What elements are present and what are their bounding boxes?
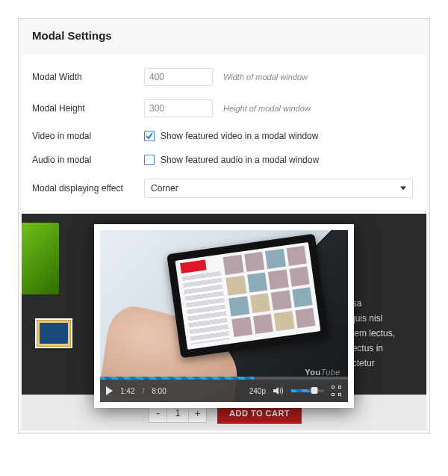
time-total: 8:00 — [152, 387, 166, 395]
effect-selected: Corner — [151, 183, 178, 194]
video-frame: YouTube 1:42 / 8:00 240p — [94, 224, 354, 408]
quality-label[interactable]: 240p — [249, 387, 266, 395]
label-video-in-modal: Video in modal — [32, 131, 144, 141]
spin-logo — [180, 260, 207, 274]
modal-preview: assa n quis nisl s sem lectus, d lectus … — [22, 214, 426, 430]
label-effect: Modal displaying effect — [32, 183, 144, 194]
audio-checkbox[interactable] — [144, 155, 155, 165]
modal-settings-panel: Modal Settings Modal Width Width of moda… — [18, 18, 430, 434]
label-modal-width: Modal Width — [32, 72, 144, 82]
fullscreen-icon[interactable] — [332, 386, 342, 396]
time-elapsed: 1:42 — [120, 387, 134, 395]
label-audio-in-modal: Audio in modal — [32, 155, 144, 165]
video-controls: 1:42 / 8:00 240p — [100, 380, 348, 402]
check-icon — [146, 132, 153, 140]
volume-icon[interactable] — [273, 386, 284, 395]
effect-select[interactable]: Corner — [144, 179, 413, 198]
video-modal: YouTube 1:42 / 8:00 240p — [94, 224, 354, 408]
audio-desc: Show featured audio in a modal window — [161, 155, 319, 165]
row-video-in-modal: Video in modal Show featured video in a … — [32, 124, 416, 148]
video-checkbox[interactable] — [144, 131, 155, 141]
video-player[interactable]: YouTube 1:42 / 8:00 240p — [100, 230, 348, 402]
row-audio-in-modal: Audio in modal Show featured audio in a … — [32, 148, 416, 172]
bg-line: n quis nisl — [343, 311, 417, 326]
row-displaying-effect: Modal displaying effect Corner — [32, 172, 416, 205]
row-modal-height: Modal Height Height of modal window — [32, 93, 416, 124]
youtube-logo: YouTube — [305, 368, 340, 377]
bg-line: s sem lectus, — [343, 326, 417, 341]
play-icon — [51, 329, 58, 338]
bg-line: d lectus in — [343, 341, 417, 356]
panel-title: Modal Settings — [19, 19, 429, 51]
hint-modal-width: Width of modal window — [223, 72, 308, 81]
label-modal-height: Modal Height — [32, 103, 144, 114]
modal-width-input[interactable] — [144, 68, 213, 86]
row-modal-width: Modal Width Width of modal window — [32, 61, 416, 93]
volume-slider[interactable] — [291, 389, 324, 392]
play-button[interactable] — [106, 386, 113, 395]
time-sep: / — [142, 387, 144, 395]
settings-form: Modal Width Width of modal window Modal … — [22, 54, 426, 209]
video-scene-tablet — [167, 234, 329, 358]
video-desc: Show featured video in a modal window — [161, 131, 318, 141]
progress-bar[interactable] — [100, 377, 348, 380]
bg-thumbnail[interactable] — [35, 318, 72, 348]
modal-height-input[interactable] — [144, 99, 213, 117]
bg-description: assa n quis nisl s sem lectus, d lectus … — [343, 296, 417, 386]
chevron-down-icon — [400, 187, 406, 191]
bg-product-preview — [22, 223, 59, 294]
hint-modal-height: Height of modal window — [223, 104, 311, 113]
bg-line: sectetur — [343, 356, 417, 371]
bg-line: assa — [343, 296, 417, 311]
